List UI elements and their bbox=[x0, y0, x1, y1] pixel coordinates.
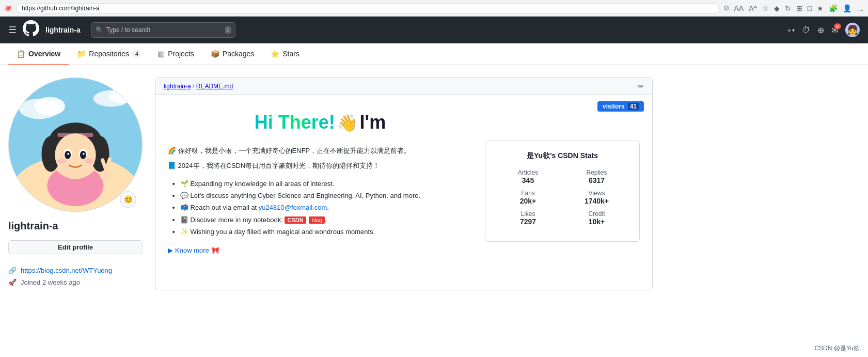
projects-icon: ▦ bbox=[158, 50, 165, 58]
browser-star-icon[interactable]: ☆ bbox=[762, 4, 769, 12]
replies-value: 6317 bbox=[562, 176, 631, 184]
views-value: 1740k+ bbox=[562, 197, 631, 205]
repositories-icon: 📁 bbox=[77, 50, 86, 58]
stats-row-3: Likes 7297 Credit 10k+ bbox=[494, 210, 631, 226]
readme-filepath: lightrain-a / README.md bbox=[164, 83, 233, 90]
know-more-label: Know more bbox=[175, 246, 209, 254]
main-content: 😊 lightrain-a Edit profile 🔗 https://blo… bbox=[0, 65, 661, 303]
profile-username: lightrain-a bbox=[8, 220, 143, 232]
know-more-toggle[interactable]: ▶ Know more 🎀 bbox=[168, 246, 472, 254]
bullet-item-3: 📫 Reach out via email at yu24810@foxmail… bbox=[180, 201, 472, 213]
search-placeholder: Type / to search bbox=[106, 26, 150, 34]
wave-emoji: 👋 bbox=[337, 114, 358, 132]
csdn-stats-card: 是Yu欲's CSDN Stats Articles 345 Replies 6… bbox=[485, 141, 640, 242]
browser-sidebar-icon[interactable]: □ bbox=[808, 4, 812, 12]
browser-icons: ⧉ AA Aᴬ ☆ ◆ ↻ ⊞ □ ★ 🧩 👤 … bbox=[724, 4, 864, 12]
hamburger-icon[interactable]: ☰ bbox=[8, 24, 17, 36]
new-dropdown-button[interactable]: + ▾ bbox=[787, 26, 795, 34]
articles-label: Articles bbox=[494, 169, 562, 176]
views-label: Views bbox=[562, 190, 631, 197]
github-search[interactable]: 🔍 Type / to search / bbox=[91, 22, 235, 38]
user-avatar[interactable]: 👧 bbox=[845, 23, 860, 37]
readme-repo-link[interactable]: lightrain-a bbox=[164, 83, 191, 90]
readme-header: lightrain-a / README.md ✏ bbox=[155, 78, 652, 95]
svg-point-13 bbox=[55, 133, 96, 176]
visitors-badge: visitors 41 bbox=[597, 101, 644, 112]
visitors-label: visitors bbox=[603, 103, 625, 110]
chevron-down-icon: ▾ bbox=[792, 27, 795, 33]
svg-point-4 bbox=[109, 89, 135, 103]
plus-icon: + bbox=[787, 26, 791, 34]
replies-label: Replies bbox=[562, 169, 631, 176]
tab-projects[interactable]: ▦ Projects bbox=[150, 43, 202, 65]
svg-point-17 bbox=[80, 151, 86, 159]
im-text: I'm bbox=[360, 112, 386, 133]
packages-label: Packages bbox=[223, 50, 254, 58]
svg-point-19 bbox=[83, 153, 85, 155]
browser-font-icon[interactable]: Aᴬ bbox=[749, 4, 756, 12]
profile-sidebar: 😊 lightrain-a Edit profile 🔗 https://blo… bbox=[8, 77, 143, 290]
github-logo[interactable] bbox=[23, 20, 39, 40]
stats-row-1: Articles 345 Replies 6317 bbox=[494, 169, 631, 184]
tab-packages[interactable]: 📦 Packages bbox=[202, 43, 262, 65]
readme-bullet-list: 🌱 Expanding my knowledge in all areas of… bbox=[180, 178, 472, 238]
svg-point-18 bbox=[67, 153, 69, 155]
overview-label: Overview bbox=[28, 50, 60, 58]
triangle-icon: ▶ bbox=[168, 246, 173, 254]
replies-stat: Replies 6317 bbox=[562, 169, 631, 184]
profile-link[interactable]: https://blog.csdn.net/WTYuong bbox=[21, 267, 112, 274]
github-topnav: ☰ lightrain-a 🔍 Type / to search / + ▾ ⏱… bbox=[0, 17, 868, 43]
projects-label: Projects bbox=[168, 50, 194, 58]
tab-stars[interactable]: ⭐ Stars bbox=[262, 43, 308, 65]
bullet-item-5: ✨ Wishing you a day filled with magical … bbox=[180, 226, 472, 238]
browser-favorites-icon[interactable]: ★ bbox=[817, 4, 824, 12]
edit-profile-button[interactable]: Edit profile bbox=[8, 240, 143, 254]
tab-overview[interactable]: 📋 Overview bbox=[8, 43, 69, 65]
csdn-stats-title: 是Yu欲's CSDN Stats bbox=[494, 151, 631, 161]
hi-there-heading: Hi There! 👋 I'm bbox=[168, 112, 472, 133]
notification-badge: 9 bbox=[834, 23, 841, 29]
profile-link-item: 🔗 https://blog.csdn.net/WTYuong bbox=[8, 267, 143, 274]
browser-url[interactable]: https://github.com/lightrain-a bbox=[16, 3, 720, 13]
tab-repositories[interactable]: 📁 Repositories 4 bbox=[69, 43, 150, 65]
rocket-icon: 🚀 bbox=[8, 278, 17, 286]
fans-value: 20k+ bbox=[494, 197, 562, 205]
profile-avatar-wrap: 😊 bbox=[8, 77, 143, 212]
repositories-count: 4 bbox=[132, 50, 141, 58]
pull-request-icon[interactable]: ⊕ bbox=[817, 25, 824, 35]
repositories-label: Repositories bbox=[89, 50, 129, 58]
browser-favicon: 🐙 bbox=[4, 5, 12, 12]
github-sitename[interactable]: lightrain-a bbox=[45, 26, 81, 34]
timer-icon[interactable]: ⏱ bbox=[802, 25, 810, 35]
browser-more-icon[interactable]: ⊞ bbox=[796, 4, 802, 12]
browser-extensions-icon[interactable]: 🧩 bbox=[829, 4, 838, 12]
readme-file-link[interactable]: README.md bbox=[196, 83, 233, 90]
notification-icon[interactable]: ✉ 9 bbox=[831, 25, 838, 35]
browser-extension-icon: ◆ bbox=[774, 4, 780, 12]
profile-avatar bbox=[8, 77, 143, 212]
browser-settings-icon[interactable]: … bbox=[857, 4, 864, 12]
svg-point-2 bbox=[35, 97, 66, 116]
browser-refresh-icon[interactable]: ↻ bbox=[785, 4, 791, 12]
readme-edit-button[interactable]: ✏ bbox=[638, 82, 644, 90]
browser-tab-icon[interactable]: ⧉ bbox=[724, 4, 729, 12]
browser-translate-icon[interactable]: AA bbox=[734, 4, 744, 12]
likes-label: Likes bbox=[494, 210, 562, 218]
credit-value: 10k+ bbox=[562, 218, 631, 226]
fans-stat: Fans 20k+ bbox=[494, 190, 562, 205]
stars-label: Stars bbox=[282, 50, 299, 58]
views-stat: Views 1740k+ bbox=[562, 190, 631, 205]
bullet-item-1: 🌱 Expanding my knowledge in all areas of… bbox=[180, 178, 472, 190]
browser-profile-icon[interactable]: 👤 bbox=[843, 4, 851, 12]
avatar-emoji-button[interactable]: 😊 bbox=[120, 191, 136, 208]
credit-stat: Credit 10k+ bbox=[562, 210, 631, 226]
credit-label: Credit bbox=[562, 210, 631, 218]
hi-there-text: Hi There! bbox=[255, 112, 335, 133]
csdn-badge: CSDN bbox=[285, 216, 306, 224]
profile-nav: 📋 Overview 📁 Repositories 4 ▦ Projects 📦… bbox=[0, 43, 868, 65]
readme-body: visitors 41 Hi There! 👋 I'm 🌈 你好呀，我是小雨，一… bbox=[155, 95, 652, 267]
email-link[interactable]: yu24810@foxmail.com bbox=[259, 204, 327, 211]
stars-icon: ⭐ bbox=[271, 50, 279, 58]
readme-intro-line2: 📘 2024年，我将在CSDN每日用百字篆刻时光，期待你的陪伴和支持！ bbox=[168, 161, 472, 172]
readme-intro-line1: 🌈 你好呀，我是小雨，一个充满好奇心的ENFP，正在不断提升能力以满足前者。 bbox=[168, 146, 472, 157]
